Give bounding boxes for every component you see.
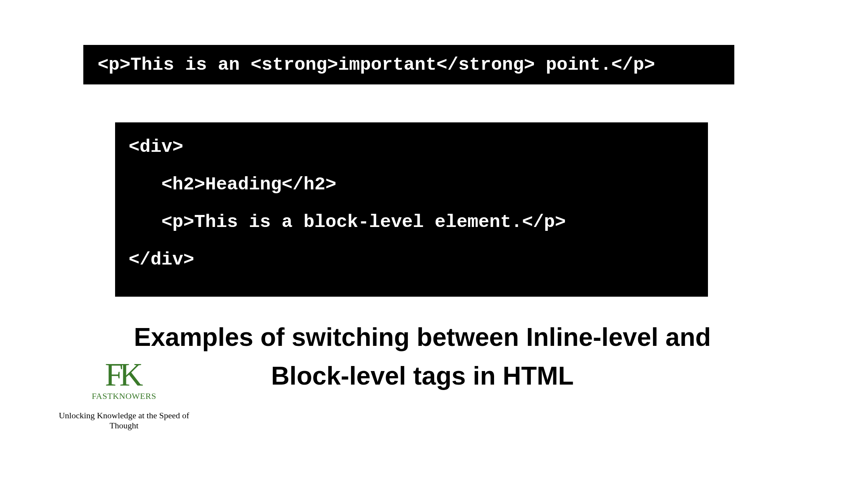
logo-container: F K FASTKNOWERS Unlocking Knowledge at t… [46,358,202,431]
code-line-p: <p>This is a block-level element.</p> [129,213,694,231]
logo-monogram: F K [46,358,202,391]
logo-letter-k: K [119,358,143,391]
page-title: Examples of switching between Inline-lev… [132,318,713,395]
code-line-h2: <h2>Heading</h2> [129,175,694,194]
logo-brand-name: FASTKNOWERS [46,391,202,401]
code-block-block-example: <div> <h2>Heading</h2> <p>This is a bloc… [115,122,708,297]
code-line-div-close: </div> [129,251,694,269]
code-block-inline-example: <p>This is an <strong>important</strong>… [83,45,734,84]
logo-tagline: Unlocking Knowledge at the Speed of Thou… [46,411,202,431]
code-line-div-open: <div> [129,138,694,156]
code-line-inline: <p>This is an <strong>important</strong>… [98,55,655,75]
